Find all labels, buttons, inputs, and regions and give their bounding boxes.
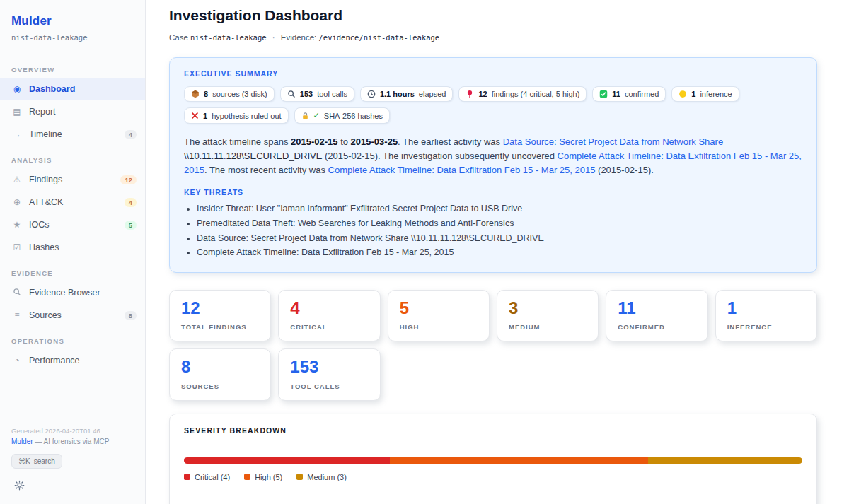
- stat-card-confirmed: 11 CONFIRMED: [606, 290, 708, 341]
- severity-segment-high: [390, 457, 647, 464]
- network-share-path: \\10.11.11.128\SECURED_DRIVE: [184, 151, 322, 161]
- sidebar-item-hashes[interactable]: ☑ Hashes: [0, 236, 145, 259]
- stat-card-high: 5 HIGH: [388, 290, 490, 341]
- footer-brand-line: Mulder — AI forensics via MCP: [11, 438, 134, 445]
- attack-badge: 4: [125, 198, 137, 207]
- stat-value: 4: [290, 299, 368, 317]
- timeline-badge: 4: [125, 130, 137, 139]
- search-icon: [287, 90, 296, 98]
- sidebar-item-findings[interactable]: ⚠ Findings 12: [0, 168, 145, 191]
- sidebar-item-label: Performance: [29, 356, 80, 365]
- severity-legend: Critical (4) High (5) Medium (3): [184, 473, 802, 481]
- severity-stacked-bar: [184, 457, 802, 464]
- narrative-text: . The earliest activity was: [398, 136, 503, 147]
- stat-value: 3: [509, 299, 587, 317]
- stat-value: 12: [181, 299, 259, 317]
- end-date: 2015-03-25: [351, 136, 398, 147]
- medium-color-dot: [296, 474, 303, 480]
- summary-narrative: The attack timeline spans 2015-02-15 to …: [184, 135, 802, 177]
- dot-separator: ·: [272, 33, 275, 42]
- sidebar-item-label: Hashes: [29, 242, 59, 252]
- sidebar-item-attack[interactable]: ⊕ ATT&CK 4: [0, 191, 145, 213]
- iocs-icon: ★: [11, 221, 23, 229]
- search-shortcut-button[interactable]: ⌘K search: [11, 454, 62, 469]
- narrative-text: The attack timeline spans: [184, 136, 291, 147]
- pin-icon: [466, 90, 474, 98]
- section-label-analysis: ANALYSIS: [0, 146, 145, 168]
- elapsed-chip: 1.1 hours elapsed: [360, 86, 453, 102]
- lock-icon: [301, 112, 309, 120]
- legend-item-high: High (5): [244, 473, 282, 481]
- x-icon: [191, 112, 199, 119]
- confirmed-chip: 11 confirmed: [592, 86, 666, 102]
- main-content: Investigation Dashboard Case nist-data-l…: [146, 0, 849, 504]
- sidebar-item-label: Timeline: [29, 129, 62, 139]
- sidebar-item-iocs[interactable]: ★ IOCs 5: [0, 213, 145, 236]
- sidebar-item-sources[interactable]: ≡ Sources 8: [0, 304, 145, 327]
- attack-icon: ⊕: [11, 198, 23, 206]
- case-id-value: nist-data-leakage: [190, 33, 266, 42]
- threat-item: Data Source: Secret Project Data from Ne…: [197, 231, 802, 246]
- executive-summary-heading: EXECUTIVE SUMMARY: [184, 69, 802, 78]
- legend-label: Critical (4): [195, 473, 230, 481]
- footer-tagline: — AI forensics via MCP: [35, 438, 109, 445]
- findings-icon: ⚠: [11, 175, 23, 184]
- timeline-icon: →: [11, 130, 23, 139]
- check-icon: [599, 90, 608, 98]
- stat-label: INFERENCE: [727, 323, 805, 331]
- sidebar-item-dashboard[interactable]: ◉ Dashboard: [0, 78, 145, 100]
- app-window: Mulder nist-data-leakage OVERVIEW ◉ Dash…: [0, 0, 849, 504]
- dashboard-icon: ◉: [11, 85, 23, 93]
- iocs-badge: 5: [125, 221, 137, 230]
- findings-badge: 12: [120, 175, 137, 184]
- evidence-label: Evidence:: [281, 33, 317, 42]
- narrative-text: to: [338, 136, 351, 147]
- yellow-dot-icon: [678, 90, 687, 98]
- sources-badge: 8: [125, 311, 137, 320]
- executive-summary-card: EXECUTIVE SUMMARY 8 sources (3 disk) 153…: [169, 57, 817, 273]
- legend-label: High (5): [255, 473, 282, 481]
- evidence-path-value: /evidence/nist-data-leakage: [319, 33, 440, 42]
- sidebar-item-label: Evidence Browser: [29, 288, 100, 298]
- clock-icon: [367, 90, 376, 98]
- section-label-evidence: EVIDENCE: [0, 259, 145, 281]
- critical-color-dot: [184, 474, 190, 480]
- key-threats-list: Insider Threat: User "Iaman Informant" E…: [184, 201, 802, 260]
- sidebar-item-label: Sources: [29, 310, 62, 320]
- theme-toggle-button[interactable]: [11, 479, 27, 494]
- sidebar-footer: Generated 2026-04-20T01:46 Mulder — AI f…: [0, 420, 145, 504]
- sidebar-item-performance[interactable]: ◔ Performance: [0, 349, 145, 372]
- stat-label: CONFIRMED: [618, 323, 695, 331]
- finding-link-attack-timeline-2[interactable]: Complete Attack Timeline: Data Exfiltrat…: [328, 165, 596, 175]
- sidebar-item-label: Dashboard: [29, 84, 75, 94]
- narrative-text: (2015-02-15).: [595, 165, 653, 175]
- sidebar-item-timeline[interactable]: → Timeline 4: [0, 123, 145, 146]
- sources-icon: ≡: [11, 311, 23, 320]
- sidebar-item-label: ATT&CK: [29, 197, 63, 207]
- sidebar-item-report[interactable]: ▤ Report: [0, 100, 145, 123]
- finding-link-data-source[interactable]: Data Source: Secret Project Data from Ne…: [503, 136, 723, 147]
- sun-icon: [14, 480, 25, 493]
- findings-chip: 12 findings (4 critical, 5 high): [458, 86, 587, 102]
- stat-value: 1: [727, 299, 805, 317]
- search-label: search: [34, 457, 55, 465]
- severity-segment-medium: [648, 457, 803, 464]
- app-logo[interactable]: Mulder: [0, 11, 145, 28]
- sidebar-item-evidence-browser[interactable]: Evidence Browser: [0, 281, 145, 304]
- inference-chip: 1 inference: [671, 86, 739, 102]
- case-info-line: Case nist-data-leakage · Evidence: /evid…: [169, 33, 817, 42]
- generated-timestamp: Generated 2026-04-20T01:46: [11, 427, 134, 435]
- section-label-operations: OPERATIONS: [0, 327, 145, 349]
- stat-label: HIGH: [400, 323, 478, 331]
- severity-segment-critical: [184, 457, 390, 464]
- summary-chips: 8 sources (3 disk) 153 tool calls 1.1 ho…: [184, 86, 802, 124]
- stat-value: 11: [618, 299, 695, 317]
- narrative-text: . The most recent activity was: [204, 165, 328, 175]
- footer-brand-link[interactable]: Mulder: [11, 438, 33, 445]
- sources-chip: 8 sources (3 disk): [184, 86, 275, 102]
- stats-grid: 12 TOTAL FINDINGS 4 CRITICAL 5 HIGH 3 ME…: [169, 290, 817, 401]
- stat-label: MEDIUM: [509, 323, 587, 331]
- legend-item-critical: Critical (4): [184, 473, 230, 481]
- stat-card-sources: 8 SOURCES: [169, 348, 271, 400]
- start-date: 2015-02-15: [291, 136, 338, 147]
